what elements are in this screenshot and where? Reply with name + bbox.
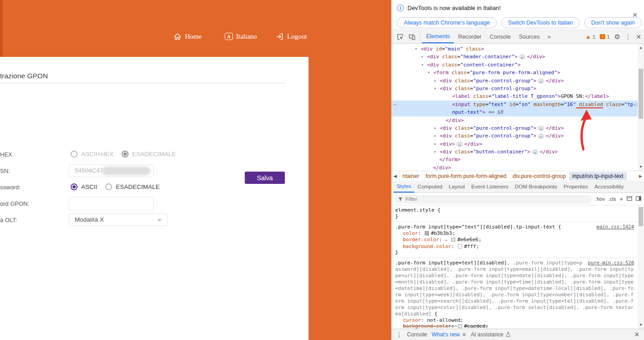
tab-sources[interactable]: Sources (515, 30, 544, 43)
stylesheet-link[interactable]: main.css:1424 (597, 224, 634, 230)
style-filter-input[interactable]: Filter (394, 195, 592, 203)
nav-home-link[interactable]: Home (173, 30, 202, 43)
whats-new-close-icon[interactable]: ✕ (462, 332, 466, 337)
ellipsis-badge[interactable]: … (456, 142, 463, 147)
css-property[interactable]: background-color: #eaeded; (395, 323, 634, 329)
nav-language-link[interactable]: A Italiano (225, 30, 257, 43)
inspect-element-icon[interactable] (394, 31, 406, 42)
color-swatch[interactable] (458, 324, 462, 328)
sidebar-tab-properties[interactable]: Properties (560, 181, 591, 193)
drawer-tab-console[interactable]: Console (407, 331, 427, 338)
dom-tree-line[interactable]: </div> (392, 164, 644, 171)
breadcrumb-scroll-right-icon[interactable]: ▶ (637, 174, 644, 178)
dont-show-again-button[interactable]: Don't show again (584, 17, 642, 28)
scrollbar-thumb[interactable] (639, 207, 643, 226)
line-options-icon[interactable]: ⋯ (393, 101, 397, 108)
expand-triangle-icon[interactable]: ▸ (434, 132, 436, 140)
dom-tree-line[interactable]: ▸<div class="pure-control-group">…</div> (392, 132, 644, 140)
kebab-menu-icon[interactable]: ⋮ (625, 34, 631, 40)
save-button[interactable]: Salva (245, 172, 285, 184)
dom-tree-line[interactable]: ▾<div id="main" class> (392, 45, 644, 53)
color-swatch[interactable] (425, 231, 429, 235)
breadcrumb-item[interactable]: input#sn.tp-input-text (569, 172, 627, 180)
tab-elements[interactable]: Elements (422, 30, 454, 43)
collapse-triangle-icon[interactable]: ▾ (421, 61, 423, 69)
sidebar-tab-accessibility[interactable]: Accessibility (591, 181, 627, 193)
tab-console[interactable]: Console (486, 30, 515, 43)
collapse-triangle-icon[interactable]: ▾ (434, 85, 436, 92)
ellipsis-badge[interactable]: … (532, 149, 538, 155)
device-toolbar-icon[interactable] (406, 31, 418, 42)
color-swatch[interactable] (458, 244, 462, 249)
scrollbar-thumb[interactable] (639, 69, 643, 119)
dom-tree-line[interactable]: </form> (392, 156, 644, 163)
dom-tree-line[interactable]: ▾<form class="pure-form pure-form-aligne… (392, 69, 644, 76)
expand-triangle-icon[interactable]: ▸ (445, 238, 450, 242)
css-property[interactable]: cursor: not-allowed; (395, 317, 634, 324)
dom-tree-line[interactable]: </div> (392, 117, 644, 124)
radio-selected-icon[interactable] (71, 183, 77, 190)
collapse-triangle-icon[interactable]: ▾ (415, 45, 417, 53)
dom-tree-line[interactable]: ▸<div>…</div> (392, 140, 644, 148)
expand-triangle-icon[interactable]: ▸ (421, 53, 423, 61)
nav-logout-link[interactable]: Logout (275, 30, 307, 43)
drawer-kebab-icon[interactable]: ⋮ (396, 331, 402, 338)
radio-option-ascii[interactable]: ASCII (71, 183, 97, 190)
rule-selector[interactable]: .pure-form input[type=text][disabled], .… (395, 260, 634, 317)
ellipsis-badge[interactable]: … (538, 133, 544, 139)
drawer-tab-whats-new[interactable]: What's new ✕ (432, 331, 466, 338)
scroll-down-icon[interactable]: ▼ (638, 323, 644, 327)
switch-italian-button[interactable]: Switch DevTools to Italian (501, 17, 580, 28)
olt-mode-select[interactable]: Modalità X (69, 213, 168, 226)
expand-triangle-icon[interactable]: ▸ (434, 124, 436, 132)
styles-scrollbar[interactable]: ▼ (638, 205, 644, 329)
dom-tree-line[interactable]: ▾<div class="content-container"> (392, 61, 644, 69)
css-property[interactable]: background-color: #fff; (395, 244, 634, 250)
collapse-triangle-icon[interactable]: ▾ (428, 69, 430, 76)
sidebar-tab-styles[interactable]: Styles (393, 181, 414, 193)
radio-icon[interactable] (105, 183, 112, 190)
expand-triangle-icon[interactable]: ▸ (434, 140, 436, 148)
new-style-rule-button[interactable]: + (619, 196, 623, 203)
drawer-tab-ai-assistance[interactable]: AI assistance (471, 331, 511, 338)
ellipsis-badge[interactable]: … (538, 78, 544, 84)
ellipsis-badge[interactable]: … (519, 54, 526, 60)
sidebar-tab-computed[interactable]: Computed (414, 181, 445, 193)
css-property[interactable]: border-color: ▸ #e6e6e6; (395, 237, 634, 244)
more-tabs-icon[interactable]: » (544, 33, 554, 40)
warnings-badge[interactable]: ▲ 1 (585, 33, 595, 40)
css-property[interactable]: color: #b3b3b3; (395, 230, 634, 237)
dom-tree-line[interactable]: <label class="label-title T_gponsn">GPON… (392, 92, 644, 100)
elements-scrollbar[interactable]: ▲ ▼ (638, 44, 644, 171)
stylesheet-link[interactable]: pure-min.css:528 (588, 260, 634, 266)
breadcrumb-item[interactable]: form.pure-form.pure-form-aligned (422, 172, 510, 180)
sidebar-tab-dom-breakpoints[interactable]: DOM Breakpoints (511, 181, 560, 193)
gpon-sn-input[interactable]: 54504C47 (69, 164, 154, 177)
tab-recorder[interactable]: Recorder (454, 30, 485, 43)
dom-tree-line[interactable]: ▸<div class="button-container">…</div> (392, 148, 644, 156)
rule-selector[interactable]: element.style { (395, 207, 634, 213)
settings-gear-icon[interactable]: ⚙ (614, 33, 620, 40)
password-gpon-input[interactable] (69, 197, 154, 210)
dom-tree-line[interactable]: nput-text"> == $0 (392, 108, 644, 116)
computed-sidebar-icon[interactable] (636, 196, 641, 202)
drawer-close-icon[interactable]: ✕ (634, 331, 639, 338)
breadcrumb-item[interactable]: div.pure-control-group (510, 172, 569, 180)
dom-tree-line[interactable]: ▾<div class="pure-control-group"> (392, 85, 644, 92)
devtools-close-icon[interactable]: ✕ (636, 34, 641, 40)
breadcrumb-item[interactable]: ntainer (399, 172, 422, 180)
dom-tree-line[interactable]: ⋯<input type="text" id="sn" maxlength="1… (392, 101, 644, 108)
dom-tree-line[interactable]: ▸<div class="pure-control-group">…</div> (392, 124, 644, 132)
dom-tree-line[interactable]: ▸<div class="pure-control-group">…</div> (392, 77, 644, 85)
color-swatch[interactable] (451, 238, 455, 242)
toggle-class-button[interactable]: .cls (608, 196, 616, 202)
ellipsis-badge[interactable]: … (538, 126, 544, 131)
infobar-close-icon[interactable]: ✕ (632, 12, 638, 18)
toggle-hover-state-button[interactable]: :hov (595, 196, 605, 202)
expand-triangle-icon[interactable]: ▸ (434, 77, 436, 85)
scroll-up-icon[interactable]: ▲ (638, 46, 644, 50)
sidebar-tab-layout[interactable]: Layout (446, 181, 468, 193)
match-language-button[interactable]: Always match Chrome's language (397, 17, 497, 28)
rendering-emulation-icon[interactable] (627, 196, 632, 202)
scroll-down-icon[interactable]: ▼ (638, 165, 644, 169)
